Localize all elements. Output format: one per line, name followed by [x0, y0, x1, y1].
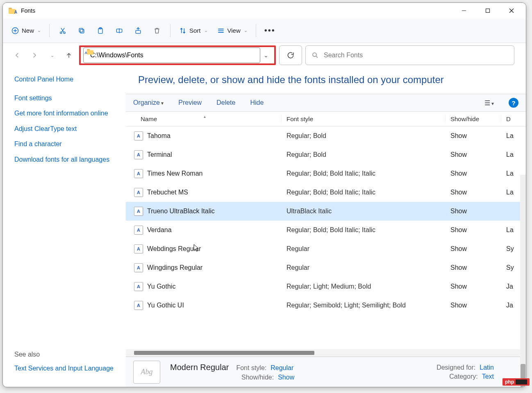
new-button[interactable]: New ⌄	[8, 22, 44, 40]
address-toolbar: ⌄ A ⌄	[3, 43, 526, 68]
label-font-style: Font style:	[236, 364, 266, 372]
font-row[interactable]: AWingdings RegularRegularShowSy	[126, 258, 526, 277]
search-box[interactable]	[305, 45, 514, 65]
font-file-icon: A	[134, 131, 143, 140]
preview-font-name: Modern Regular	[170, 363, 229, 372]
sidebar-link-download[interactable]: Download fonts for all languages	[14, 155, 114, 164]
value-show-hide[interactable]: Show	[278, 374, 294, 381]
address-dropdown[interactable]: ⌄	[260, 52, 272, 59]
up-button[interactable]	[62, 48, 76, 62]
fonts-folder-icon: A	[9, 7, 17, 15]
hide-action[interactable]: Hide	[250, 99, 264, 106]
svg-point-8	[64, 32, 65, 33]
minimize-button[interactable]	[452, 3, 476, 18]
font-name: Verdana	[147, 226, 172, 234]
column-name[interactable]: ▴Name	[126, 115, 282, 122]
cut-button[interactable]	[55, 22, 71, 40]
column-headers[interactable]: ▴Name Font style Show/hide D	[126, 112, 526, 126]
chevron-down-icon: ⌄	[204, 28, 208, 33]
label-category: Category:	[449, 373, 477, 380]
sort-label: Sort	[189, 27, 201, 34]
svg-rect-17	[136, 30, 141, 34]
font-name: Yu Gothic	[147, 283, 175, 290]
font-row[interactable]: ATerminalRegular; BoldShowLa	[126, 145, 526, 164]
font-showhide: Show	[446, 226, 501, 234]
address-input[interactable]	[90, 52, 257, 59]
sidebar-link-more-info[interactable]: Get more font information online	[14, 109, 114, 118]
delete-action[interactable]: Delete	[216, 99, 235, 106]
font-file-icon: A	[134, 169, 143, 178]
recent-dropdown[interactable]: ⌄	[45, 48, 59, 62]
font-style: Regular; Bold	[282, 132, 446, 140]
view-label: View	[227, 27, 241, 34]
preview-action[interactable]: Preview	[178, 99, 202, 106]
font-showhide: Show	[446, 151, 501, 158]
separator	[49, 24, 50, 37]
font-showhide: Show	[446, 264, 501, 271]
address-bar-highlight: A ⌄	[79, 45, 276, 65]
column-designed[interactable]: D	[501, 115, 526, 122]
font-showhide: Show	[446, 302, 501, 309]
font-row[interactable]: ATrueno UltraBlack ItalicUltraBlack Ital…	[126, 202, 526, 221]
forward-button[interactable]	[27, 48, 41, 62]
back-button[interactable]	[10, 48, 24, 62]
font-style: Regular; Bold; Bold Italic; Italic	[282, 170, 446, 177]
font-row[interactable]: AYu GothicRegular; Light; Medium; BoldSh…	[126, 277, 526, 296]
copy-button[interactable]	[73, 22, 90, 40]
sort-button[interactable]: Sort ⌄	[175, 22, 211, 40]
scrollbar-thumb[interactable]	[134, 351, 314, 355]
search-input[interactable]	[324, 52, 508, 59]
organize-menu[interactable]: Organize	[133, 99, 164, 106]
value-designed-for[interactable]: Latin	[480, 364, 494, 371]
label-designed-for: Designed for:	[437, 364, 475, 371]
font-row[interactable]: AYu Gothic UIRegular; Semibold; Light; S…	[126, 296, 526, 315]
font-style: Regular; Semibold; Light; Semilight; Bol…	[282, 302, 446, 309]
main-panel: Preview, delete, or show and hide the fo…	[126, 68, 526, 387]
font-designed: La	[501, 132, 526, 140]
paste-button[interactable]	[92, 22, 109, 40]
titlebar[interactable]: A Fonts	[3, 3, 526, 18]
delete-button[interactable]	[149, 22, 165, 40]
sidebar-link-find-char[interactable]: Find a character	[14, 140, 114, 149]
sidebar-link-font-settings[interactable]: Font settings	[14, 94, 114, 103]
column-showhide[interactable]: Show/hide	[446, 115, 501, 122]
font-row[interactable]: ATrebuchet MSRegular; Bold; Bold Italic;…	[126, 183, 526, 202]
svg-rect-11	[80, 29, 84, 33]
font-row[interactable]: ATimes New RomanRegular; Bold; Bold Ital…	[126, 164, 526, 183]
view-options[interactable]: ☰	[484, 99, 494, 107]
value-font-style[interactable]: Regular	[271, 364, 293, 372]
horizontal-scrollbar[interactable]	[126, 349, 526, 357]
font-name: Trueno UltraBlack Italic	[147, 208, 215, 215]
font-list[interactable]: ATahomaRegular; BoldShowLaATerminalRegul…	[126, 126, 526, 349]
font-file-icon: A	[134, 150, 143, 159]
value-category[interactable]: Text	[482, 373, 494, 380]
font-row[interactable]: AWebdings RegularRegularShowSy	[126, 239, 526, 258]
vertical-scrollbar[interactable]	[520, 175, 526, 387]
sidebar-link-cleartype[interactable]: Adjust ClearType text	[14, 124, 114, 133]
svg-point-7	[60, 32, 62, 33]
sidebar-link-control-panel[interactable]: Control Panel Home	[14, 75, 114, 84]
address-field[interactable]: A	[83, 47, 260, 63]
font-style: Regular; Bold; Bold Italic; Italic	[282, 189, 446, 196]
font-style: Regular; Light; Medium; Bold	[282, 283, 446, 290]
font-row[interactable]: AVerdanaRegular; Bold; Bold Italic; Ital…	[126, 221, 526, 239]
help-button[interactable]: ?	[509, 98, 518, 108]
font-file-icon: A	[134, 226, 143, 235]
close-button[interactable]	[500, 3, 523, 18]
column-style[interactable]: Font style	[282, 115, 446, 122]
sidebar-link-text-services[interactable]: Text Services and Input Language	[14, 364, 114, 373]
font-row[interactable]: ATahomaRegular; BoldShowLa	[126, 126, 526, 145]
fonts-window: A Fonts New ⌄ Sort ⌄ View ⌄	[2, 2, 526, 387]
rename-button[interactable]	[111, 22, 127, 40]
maximize-button[interactable]	[476, 3, 500, 18]
share-button[interactable]	[130, 22, 146, 40]
view-button[interactable]: View ⌄	[214, 22, 251, 40]
svg-point-21	[313, 53, 316, 56]
chevron-down-icon: ⌄	[244, 28, 248, 33]
page-title: Preview, delete, or show and hide the fo…	[126, 68, 526, 94]
separator	[256, 24, 256, 37]
more-button[interactable]: •••	[261, 22, 279, 40]
content-area: Control Panel Home Font settings Get mor…	[3, 68, 526, 387]
refresh-button[interactable]	[279, 45, 302, 65]
font-showhide: Show	[446, 245, 501, 253]
